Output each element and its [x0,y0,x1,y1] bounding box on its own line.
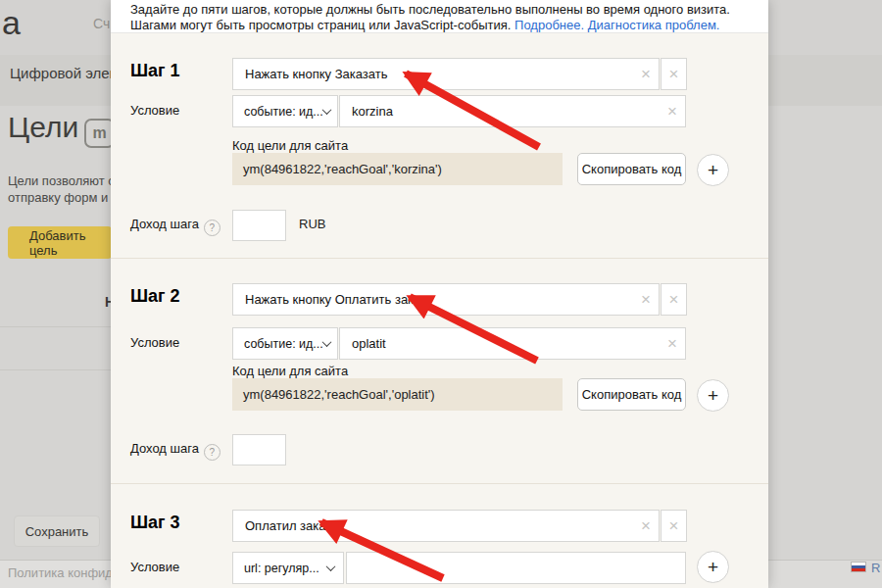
step-2-add-condition-button[interactable]: + [697,379,729,412]
goals-description-line1: Цели позволяют с [8,172,119,189]
step-3-condition-label: Условие [130,560,179,574]
step-1-goal-code: ym(84961822,'reachGoal','korzina') [232,153,563,185]
close-icon: × [669,290,679,310]
save-button[interactable]: Сохранить [14,515,100,547]
counter-name-fragment: Цифровой элем [10,65,120,81]
step-1-revenue-label: Доход шага? [130,217,220,236]
step-2-revenue-field [232,434,286,466]
table-row-divider [0,369,111,370]
plus-icon: + [708,160,718,181]
step-1-title: Шаг 1 [130,61,180,81]
step-3-title: Шаг 3 [130,513,180,533]
topnav-item-fragment[interactable]: Сч [93,16,110,31]
metrica-logo-fragment: a [2,4,21,42]
clear-icon[interactable]: × [633,511,659,541]
step-2-copy-code-button[interactable]: Скопировать код [577,378,686,411]
modal-intro-line1: Задайте до пяти шагов, которые должны бы… [130,2,768,18]
clear-icon[interactable]: × [633,59,659,89]
plus-icon: + [708,385,718,407]
modal-intro-line2: Шагами могут быть просмотры страниц или … [130,18,768,33]
section-divider [111,483,768,484]
chevron-down-icon [321,337,331,347]
goals-description-line2: отправку форм и н [8,189,119,206]
table-row-divider [0,326,111,327]
step-2-goal-code: ym(84961822,'reachGoal','oplatit') [232,378,563,411]
step-1-condition-type-dropdown[interactable]: событие: ид... [232,95,338,127]
step-3-name-field: × [232,510,660,542]
screen: a Сч Цифровой элем Цели m Цели позволяют… [0,0,882,588]
step-3-condition-type-dropdown[interactable]: url: регуляр... [232,552,344,584]
step-2-condition-type-dropdown[interactable]: событие: ид... [232,327,338,360]
privacy-policy-link[interactable]: Политика конфид [8,565,113,580]
step-1-condition-value-field: × [339,95,686,127]
clear-icon[interactable]: × [660,328,685,359]
russian-flag-icon [851,562,866,572]
clear-icon[interactable]: × [660,96,685,126]
step-1-goal-code-label: Код цели для сайта [232,138,348,153]
help-icon[interactable]: ? [204,220,220,236]
step-2-revenue-input[interactable] [232,434,286,466]
step-3-add-condition-button[interactable]: + [697,551,729,583]
step-2-delete-button[interactable]: × [661,283,687,316]
more-link[interactable]: Подробнее. [514,18,584,32]
step-2-condition-value-input[interactable] [339,327,686,360]
step-2-name-field: × [232,283,660,316]
language-switcher[interactable]: R [871,561,880,575]
step-1-name-input[interactable] [232,58,660,90]
step-1-add-condition-button[interactable]: + [697,154,729,186]
step-1-delete-button[interactable]: × [661,58,687,90]
goal-steps-modal: Задайте до пяти шагов, которые должны бы… [111,0,768,588]
close-icon: × [669,516,679,536]
step-2-title: Шаг 2 [130,286,180,307]
step-3-name-input[interactable] [232,510,660,542]
goals-description: Цели позволяют с отправку форм и н [8,172,119,206]
step-1-revenue-field [232,210,286,241]
diagnostics-link[interactable]: Диагностика проблем. [588,18,720,32]
step-2-goal-code-label: Код цели для сайта [232,364,348,378]
step-2-condition-label: Условие [130,335,179,350]
modal-intro: Задайте до пяти шагов, которые должны бы… [111,0,768,33]
step-3-condition-value-input[interactable] [346,552,686,584]
currency-label: RUB [299,217,325,231]
step-3-delete-button[interactable]: × [661,510,687,542]
step-3-condition-value-field [346,552,686,584]
step-1-copy-code-button[interactable]: Скопировать код [577,153,686,185]
step-1-revenue-input[interactable] [232,210,286,241]
step-1-condition-label: Условие [130,103,179,118]
step-1-condition-value-input[interactable] [339,95,686,127]
page-title: Цели [8,111,78,144]
step-2-condition-value-field: × [339,327,686,360]
chevron-down-icon [321,105,331,115]
close-icon: × [669,65,679,84]
plus-icon: + [708,557,718,578]
section-divider [111,258,768,259]
step-2-revenue-label: Доход шага? [130,441,220,461]
help-icon[interactable]: ? [204,444,220,461]
step-2-name-input[interactable] [232,283,660,316]
step-1-name-field: × [232,58,660,90]
add-goal-button[interactable]: Добавить цель [8,226,112,259]
chevron-down-icon [326,562,336,571]
clear-icon[interactable]: × [633,284,659,315]
